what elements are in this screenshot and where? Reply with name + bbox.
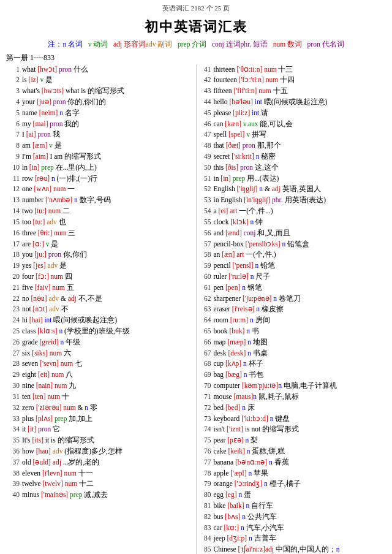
legend-phr: phr. 短语 num 数词 pron 代名词 [241,39,344,51]
entry-26: 26 grade [greid] n 年级 [7,337,194,348]
entry-17: 17 are [ɑ:] v 是 [7,239,194,250]
entry-74: 74 isn't ['iznt] is not 的缩写形式 [199,424,385,435]
vol-label: 第一册 1----833 [6,53,386,63]
entry-2: 2 is [iz] v 是 [7,75,194,86]
entry-54: 54 a [ei] art 一(个,件...) [199,206,385,217]
entry-52: 52 English ['iŋgli∫] n & adj 英语,英国人 [199,184,385,195]
entry-45: 45 please [pli:z] int 请 [199,108,385,119]
entry-19: 19 yes [jes] adv 是 [7,260,194,271]
entry-38: 38 eleven [i'levn] num 十一 [7,468,194,479]
entry-25: 25 class [klɑ:s] n (学校里的)班级,年级 [7,326,194,337]
entry-68: 68 cup [kʌp] n 杯子 [199,359,385,370]
entry-32: 32 zero ['ziərəu] num & n 零 [7,403,194,414]
entry-66: 66 map [mæp] n 地图 [199,337,385,348]
entry-20: 20 four [fɔ:] num 四 [7,271,194,283]
entry-5: 5 name [neim] n 名字 [7,108,194,119]
entry-42: 42 fourteen ['fɔ:'ti:n] num 十四 [199,75,385,86]
entry-80: 80 egg [eg] n 蛋 [199,490,385,501]
entry-82: 82 bus [bʌs] n 公共汽车 [199,512,385,523]
entry-75: 75 pear [pɛə] n 梨 [199,435,385,446]
entry-44: 44 hello [hə'ləu] int 喂(问候或唤起注意) [199,97,385,108]
entry-62: 62 sharpener ['∫u:pənə] n 卷笔刀 [199,294,385,305]
entry-79: 79 orange ['ɔ:rindʒ] n 橙子,橘子 [199,479,385,490]
entry-81: 81 bike [baik] n 自行车 [199,501,385,512]
entry-70: 70 computer [kəm'pju:tə]n 电脑,电子计算机 [199,381,385,392]
entry-77: 77 banana [bə'nɑ:nə] n 香蕉 [199,457,385,468]
entry-30: 30 nine [nain] num 九 [7,381,194,392]
entry-65: 65 book [buk] n 书 [199,326,385,337]
entry-69: 69 bag [bæg] n 书包 [199,370,385,381]
left-column: 1 what [hwɔt] pron 什么 2 is [iz] v 是 3 wh… [5,64,197,554]
entry-56: 56 and [ænd] conj 和,又,而且 [199,228,385,239]
entry-64: 64 room [ru:m] n 房间 [199,315,385,326]
entry-39: 39 twelve [twelv] num 十二 [7,479,194,490]
entry-41: 41 thirteen ['θɑ:ti:n] num 十三 [199,64,385,75]
entry-35: 35 It's [its] it is 的缩写形式 [7,435,194,446]
entry-12: 12 one [wʌn] num 一 [7,184,194,195]
entry-50: 50 this [ðis] pron 这,这个 [199,162,385,173]
entry-13: 13 number ['nʌmbə] n 数字,号码 [7,195,194,206]
entry-72: 72 bed [bed] n 床 [199,403,385,414]
page-header: 英语词汇 2182 个 25 页 [0,0,392,14]
entry-34: 34 it [it] pron 它 [7,424,194,435]
entry-49: 49 secret ['si:krit] n 秘密 [199,151,385,162]
entry-46: 46 can [kæn] v.aux 能,可以,会 [199,119,385,130]
legend-note: 注：n 名词 v 动词 adj 形容词 [48,39,145,51]
entry-59: 59 pencil ['pensl] n 铅笔 [199,260,385,271]
entry-43: 43 fifteen ['fif'ti:n] num 十五 [199,86,385,97]
entry-15: 15 too [tu:] adv 也 [7,217,194,228]
legend-adv: adv 副词 prep 介词 conj 连词 [146,39,241,51]
entry-85: 85 Chinese ['tʃai'ni:z]adj 中国的,中国人的；n 中国… [199,544,385,554]
entry-8: 8 am [æm] v 是 [7,140,194,151]
entry-51: 51 in [in] prep 用...(表达) [199,173,385,184]
entry-76: 76 cake [keik] n 蛋糕,饼,糕 [199,446,385,457]
entry-29: 29 eight [eit] num 八 [7,370,194,381]
entry-1: 1 what [hwɔt] pron 什么 [7,64,194,75]
legend: 注：n 名词 v 动词 adj 形容词 adv 副词 prep 介词 conj … [6,39,386,51]
right-column: 41 thirteen ['θɑ:ti:n] num 十三 42 fourtee… [197,64,388,554]
entry-47: 47 spell [spel] v 拼写 [199,129,385,140]
entry-3: 3 what's [hwɔts] what is 的缩写形式 [7,86,194,97]
entry-40: 40 minus ['mainəs] prep 减,减去 [7,490,194,501]
entry-36: 36 how [hau] adv (指程度)多少,怎样 [7,446,194,457]
entry-7: 7 I [ai] pron 我 [7,129,194,140]
entry-53: 53 in English [in'iŋgli∫] phr. 用英语(表达) [199,195,385,206]
entry-9: 9 I'm [aim] I am 的缩写形式 [7,151,194,162]
entry-33: 33 plus [plʌs] prep 加,加上 [7,414,194,425]
entry-21: 21 five [faiv] num 五 [7,283,194,294]
entry-60: 60 ruler ['ru:lə] n 尺子 [199,271,385,283]
entry-83: 83 car [kɑ:] n 汽车,小汽车 [199,523,385,534]
entry-73: 73 keyboard ['ki:bɔ:d] n 键盘 [199,414,385,425]
entry-78: 78 apple ['æpl] n 苹果 [199,468,385,479]
entry-16: 16 three [θri:] num 三 [7,228,194,239]
entry-48: 48 that [ðæt] pron 那,那个 [199,140,385,151]
entry-11: 11 row [rəu] n (一)排,(一)行 [7,173,194,184]
entry-63: 63 eraser [i'reisə] n 橡皮擦 [199,304,385,315]
entry-28: 28 seven ['sevn] num 七 [7,359,194,370]
entry-23: 23 not [nɔt] adv 不 [7,304,194,315]
entry-61: 61 pen [pen] n 钢笔 [199,283,385,294]
entry-37: 37 old [əuld] adj ...岁的,老的 [7,457,194,468]
entry-24: 24 hi [hai] int 喂(问候或唤起注意) [7,315,194,326]
entry-22: 22 no [nəu] adv & adj 不,不是 [7,294,194,305]
entry-4: 4 your [juə] pron 你的,你们的 [7,97,194,108]
entry-67: 67 desk [desk] n 书桌 [199,348,385,359]
entry-55: 55 clock [klɔk] n 钟 [199,217,385,228]
entry-31: 31 ten [ten] num 十 [7,392,194,403]
entry-84: 84 jeep [dʒi:p] n 吉普车 [199,533,385,544]
entry-27: 27 six [siks] num 六 [7,348,194,359]
entry-10: 10 in [in] prep 在...里(内,上) [7,162,194,173]
entry-71: 71 mouse [maus]n 鼠,耗子,鼠标 [199,392,385,403]
page-title: 初中英语词汇表 [0,18,392,36]
entry-6: 6 my [mai] pron 我的 [7,119,194,130]
entry-18: 18 you [ju:] pron 你,你们 [7,249,194,260]
entry-14: 14 two [tu:] num 二 [7,206,194,217]
entry-58: 58 an [æn] art 一(个,件.) [199,249,385,260]
entry-57: 57 pencil-box ['penslbɔks] n 铅笔盒 [199,239,385,250]
